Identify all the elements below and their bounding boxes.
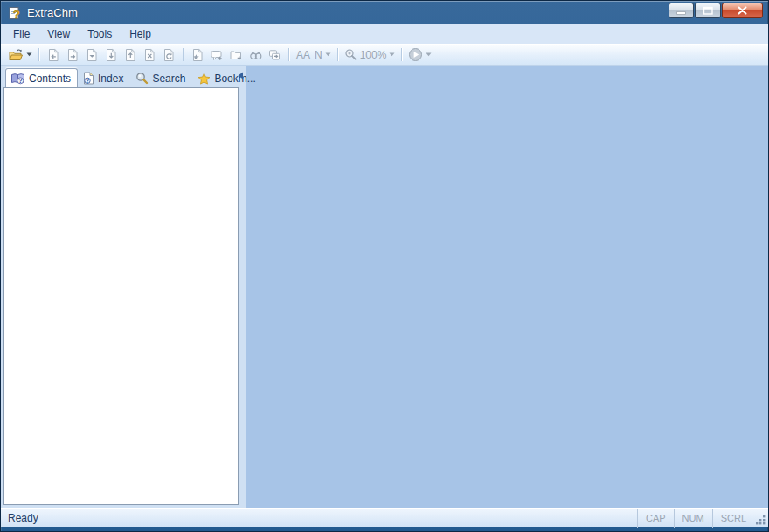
app-icon: ?	[8, 6, 22, 20]
add-comment-button[interactable]	[207, 45, 226, 65]
toolbar: AA N 100%	[1, 44, 768, 66]
window-title: ExtraChm	[27, 6, 78, 19]
toolbar-separator	[401, 48, 402, 61]
num-lock-indicator: NUM	[674, 509, 712, 528]
tab-index[interactable]: ? Index	[78, 68, 130, 87]
font-size-button[interactable]: AA	[294, 45, 313, 65]
toolbar-separator	[337, 48, 338, 61]
window-controls	[669, 3, 763, 18]
svg-text:?: ?	[86, 78, 89, 84]
open-file-button[interactable]	[6, 45, 34, 65]
sync-toc-button[interactable]	[265, 45, 284, 65]
add-bookmark-page-icon	[191, 48, 204, 62]
forward-button[interactable]	[63, 45, 82, 65]
binoculars-icon	[248, 48, 263, 62]
encoding-dropdown-caret-icon	[325, 52, 331, 57]
window-bottom-frame	[1, 527, 768, 531]
zoom-level-label: 100%	[360, 49, 387, 61]
close-icon	[723, 3, 762, 17]
star-icon	[197, 73, 211, 85]
back-page-icon	[46, 48, 60, 62]
open-dropdown-caret-icon	[26, 52, 32, 57]
add-folder-icon	[229, 48, 243, 62]
refresh-button[interactable]	[159, 45, 178, 65]
tab-search[interactable]: Search	[130, 68, 192, 87]
collapse-pane-button[interactable]	[236, 70, 245, 80]
add-folder-button[interactable]	[226, 45, 246, 65]
encoding-label: N	[315, 49, 322, 61]
tab-strip: ? Contents ? Index	[1, 66, 246, 87]
back-button[interactable]	[44, 45, 63, 65]
tab-contents[interactable]: ? Contents	[5, 68, 78, 87]
contents-tree[interactable]	[3, 87, 239, 505]
forward-page-icon	[66, 48, 80, 62]
caps-lock-indicator: CAP	[637, 509, 674, 528]
menu-view[interactable]: View	[38, 25, 79, 43]
find-button[interactable]	[246, 45, 265, 65]
maximize-button[interactable]	[695, 3, 721, 18]
play-button[interactable]	[406, 45, 433, 65]
menu-file[interactable]: File	[4, 25, 38, 43]
next-topic-button[interactable]	[101, 45, 121, 65]
page-triangle-down-icon	[85, 48, 99, 62]
refresh-page-icon	[162, 48, 176, 62]
book-question-icon: ?	[10, 73, 25, 85]
resize-grip-icon	[755, 515, 766, 526]
tab-index-label: Index	[98, 73, 123, 85]
status-message: Ready	[8, 512, 38, 524]
page-question-icon: ?	[83, 72, 94, 85]
toolbar-separator	[183, 48, 184, 61]
tab-bookmarks[interactable]: Bookm...	[192, 68, 262, 87]
play-icon	[408, 47, 423, 62]
minimize-button[interactable]	[669, 3, 694, 18]
menu-tools[interactable]: Tools	[79, 25, 121, 43]
encoding-button[interactable]: N	[313, 45, 333, 65]
content-view	[246, 66, 768, 508]
navigation-pane: ? Contents ? Index	[1, 66, 246, 508]
magnifier-icon	[135, 72, 149, 85]
previous-topic-icon	[123, 48, 137, 62]
status-bar: Ready CAP NUM SCRL	[1, 508, 768, 527]
zoom-button[interactable]: 100%	[343, 45, 398, 65]
add-bookmark-button[interactable]	[188, 45, 207, 65]
font-size-label: AA	[296, 49, 310, 61]
stop-button[interactable]	[140, 45, 159, 65]
menu-bar: File View Tools Help	[1, 24, 768, 44]
close-button[interactable]	[722, 3, 763, 18]
topics-dropdown-button[interactable]	[82, 45, 101, 65]
minimize-icon	[669, 3, 693, 17]
toolbar-separator	[38, 48, 39, 61]
collapse-pane-icon	[237, 72, 244, 79]
svg-text:?: ?	[18, 77, 22, 83]
sync-layers-icon	[267, 48, 281, 62]
app-window: ? ExtraChm File	[0, 0, 769, 532]
tab-search-label: Search	[152, 73, 185, 85]
scroll-lock-indicator: SCRL	[712, 509, 754, 528]
add-comment-icon	[210, 48, 224, 62]
lock-indicators: CAP NUM SCRL	[637, 509, 768, 527]
body-row: ? Contents ? Index	[1, 66, 768, 508]
toolbar-separator	[288, 48, 289, 61]
play-dropdown-caret-icon	[426, 52, 432, 57]
open-folder-icon	[8, 48, 24, 62]
stop-page-icon	[142, 48, 156, 62]
zoom-in-icon	[344, 48, 357, 61]
resize-grip[interactable]	[754, 509, 768, 528]
svg-text:?: ?	[13, 7, 20, 20]
maximize-icon	[696, 3, 720, 17]
tab-contents-label: Contents	[29, 73, 71, 85]
menu-help[interactable]: Help	[121, 25, 160, 43]
title-bar: ? ExtraChm	[1, 1, 768, 24]
previous-topic-button[interactable]	[121, 45, 140, 65]
zoom-dropdown-caret-icon	[389, 52, 395, 57]
next-topic-icon	[104, 48, 118, 62]
